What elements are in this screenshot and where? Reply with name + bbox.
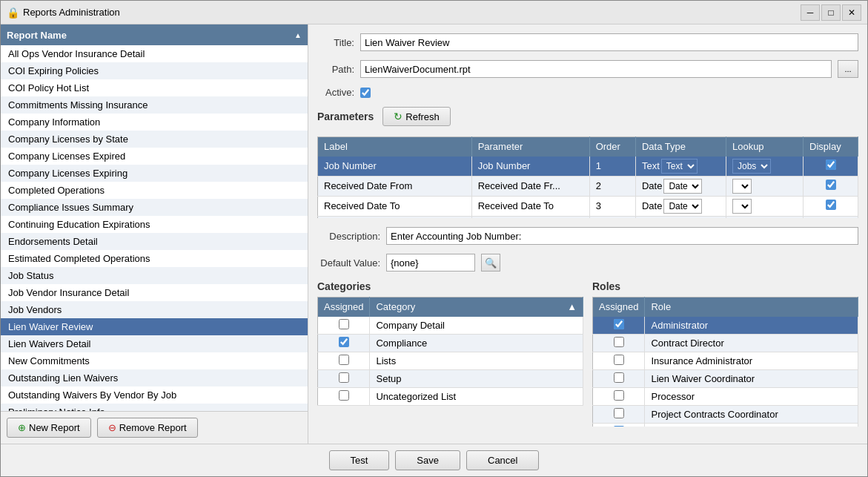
report-item[interactable]: Commitments Missing Insurance [1, 96, 308, 114]
browse-button[interactable]: ... [838, 60, 858, 78]
test-button[interactable]: Test [329, 450, 390, 470]
report-item[interactable]: Endorsements Detail [1, 233, 308, 250]
role-assigned-cell [593, 317, 645, 335]
report-item[interactable]: Job Vendor Insurance Detail [1, 284, 308, 301]
default-value-search-button[interactable]: 🔍 [481, 254, 500, 272]
report-item[interactable]: Outstanding Waivers By Vendor By Job [1, 386, 308, 404]
report-item[interactable]: Preliminary Notice Info [1, 404, 308, 411]
save-button[interactable]: Save [395, 450, 460, 470]
description-input[interactable] [386, 227, 858, 245]
params-table-row[interactable]: Show Portal Waivers OnlyShow Portal Wai.… [318, 216, 858, 218]
role-checkbox[interactable] [614, 337, 624, 347]
report-item[interactable]: Company Information [1, 114, 308, 131]
role-row[interactable]: Insurance Administrator [593, 352, 858, 370]
params-table-container: Label Parameter Order Data Type Lookup D… [317, 136, 858, 218]
params-table-row[interactable]: Received Date FromReceived Date Fr...2Da… [318, 176, 858, 196]
report-item[interactable]: Compliance Issues Summary [1, 199, 308, 216]
category-checkbox[interactable] [339, 355, 349, 365]
report-item[interactable]: Job Status [1, 267, 308, 284]
category-row[interactable]: Company Detail [318, 317, 583, 335]
roles-header-row: Assigned Role [593, 297, 858, 317]
category-assigned-cell [318, 317, 370, 335]
display-checkbox[interactable] [826, 159, 836, 170]
category-name-cell: Setup [370, 370, 583, 388]
report-item[interactable]: COI Policy Hot List [1, 79, 308, 96]
data-type-select[interactable]: Date [663, 179, 702, 194]
category-name-cell: Company Detail [370, 317, 583, 335]
refresh-button[interactable]: ↻ Refresh [382, 107, 451, 126]
report-item[interactable]: Continuing Education Expirations [1, 216, 308, 233]
active-checkbox[interactable] [360, 88, 371, 98]
category-row[interactable]: Uncategorized List [318, 388, 583, 406]
params-cell-parameter: Received Date Fr... [471, 176, 589, 196]
report-item[interactable]: Lien Waivers Detail [1, 335, 308, 352]
display-checkbox[interactable] [826, 200, 836, 210]
description-label: Description: [317, 231, 380, 242]
window-controls: ─ □ ✕ [801, 4, 861, 21]
report-item[interactable]: All Ops Vendor Insurance Detail [1, 45, 308, 62]
category-row[interactable]: Lists [318, 352, 583, 370]
data-type-select[interactable]: Date [663, 199, 702, 214]
params-table-row[interactable]: Job NumberJob Number1Text TextJobs [318, 157, 858, 177]
params-cell-datatype: Date Date [635, 196, 726, 216]
category-row[interactable]: Setup [318, 370, 583, 388]
report-item[interactable]: New Commitments [1, 352, 308, 369]
role-checkbox[interactable] [614, 426, 624, 427]
params-cell-parameter: Received Date To [471, 196, 589, 216]
role-row[interactable]: Lien Waiver Coordinator [593, 370, 858, 388]
role-checkbox[interactable] [614, 355, 624, 365]
minimize-button[interactable]: ─ [801, 4, 820, 21]
role-checkbox[interactable] [614, 390, 624, 401]
role-name-cell: Insurance Administrator [645, 352, 858, 370]
report-item[interactable]: Lien Waiver Review [1, 318, 308, 335]
new-report-button[interactable]: ⊕ New Report [7, 418, 91, 438]
category-name-cell: Lists [370, 352, 583, 370]
role-name-cell: Lien Waiver Coordinator [645, 370, 858, 388]
params-col-display: Display [804, 137, 858, 157]
role-checkbox[interactable] [614, 372, 624, 383]
category-checkbox[interactable] [339, 372, 349, 383]
role-row[interactable]: Project Manager [593, 424, 858, 427]
title-input[interactable] [360, 33, 858, 51]
role-checkbox[interactable] [614, 319, 624, 329]
category-row[interactable]: Compliance [318, 335, 583, 352]
right-panel: Title: Path: ... Active: Parameters ↻ Re… [308, 24, 867, 444]
role-row[interactable]: Contract Director [593, 335, 858, 352]
lookup-select[interactable] [732, 199, 752, 214]
report-item[interactable]: Completed Operations [1, 182, 308, 199]
report-item[interactable]: Outstanding Lien Waivers [1, 369, 308, 386]
cancel-button[interactable]: Cancel [466, 450, 539, 470]
role-row[interactable]: Processor [593, 388, 858, 406]
data-type-select[interactable]: Text [661, 159, 698, 174]
roles-col-role: Role [645, 297, 858, 317]
report-item[interactable]: Company Licenses Expiring [1, 165, 308, 182]
maximize-button[interactable]: □ [821, 4, 841, 21]
params-col-parameter: Parameter [471, 137, 589, 157]
remove-report-button[interactable]: ⊖ Remove Report [97, 418, 198, 438]
report-item[interactable]: Job Vendors [1, 301, 308, 318]
close-button[interactable]: ✕ [842, 4, 861, 21]
params-table-row[interactable]: Received Date ToReceived Date To3Date Da… [318, 196, 858, 216]
role-row[interactable]: Administrator [593, 317, 858, 335]
params-cell-datatype: Date Date [635, 176, 726, 196]
categories-header: Categories [317, 280, 583, 292]
parameters-section-header-row: Parameters ↻ Refresh [317, 107, 858, 126]
lookup-select[interactable] [732, 179, 752, 194]
bottom-bar: Test Save Cancel [1, 444, 867, 476]
params-cell-datatype: Text Text [635, 216, 726, 218]
report-item[interactable]: Company Licenses by State [1, 131, 308, 148]
role-row[interactable]: Project Contracts Coordinator [593, 406, 858, 424]
lookup-select[interactable]: Jobs [732, 159, 771, 174]
role-checkbox[interactable] [614, 408, 624, 418]
category-checkbox[interactable] [339, 337, 349, 347]
params-cell-label: Show Portal Waivers Only [318, 216, 472, 218]
params-cell-parameter: Show Portal Wai... [471, 216, 589, 218]
category-checkbox[interactable] [339, 390, 349, 401]
report-item[interactable]: COI Expiring Policies [1, 62, 308, 79]
category-checkbox[interactable] [339, 319, 349, 329]
report-item[interactable]: Estimated Completed Operations [1, 250, 308, 267]
report-item[interactable]: Company Licenses Expired [1, 148, 308, 165]
display-checkbox[interactable] [826, 180, 836, 190]
default-value-input[interactable] [386, 254, 475, 272]
path-input[interactable] [360, 60, 832, 78]
